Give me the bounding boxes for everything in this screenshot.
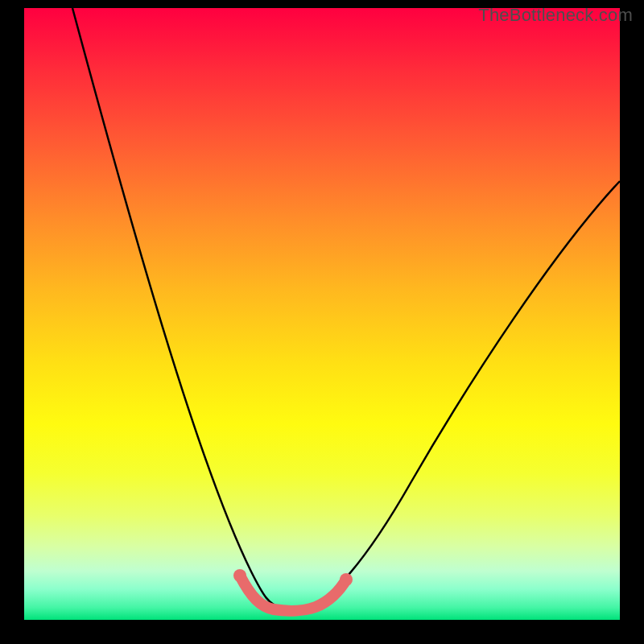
chart-svg <box>24 8 620 620</box>
highlight-right-dot <box>340 573 353 586</box>
highlight-left-dot <box>233 569 246 582</box>
chart-plot-area <box>24 8 620 620</box>
watermark-text: TheBottleneck.com <box>478 5 633 26</box>
bottleneck-curve-path <box>72 8 620 609</box>
